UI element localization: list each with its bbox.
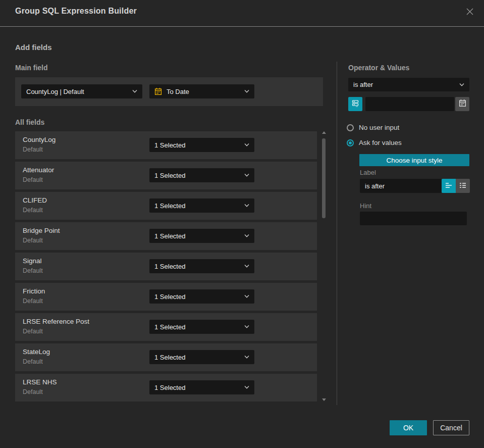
chevron-down-icon [132,90,137,93]
radio-unselected-icon [347,124,354,131]
field-row: CLIFED Default 1 Selected [15,192,317,220]
label-input[interactable] [360,179,442,193]
field-selection-value: 1 Selected [154,354,241,361]
chevron-down-icon [244,143,249,146]
scroll-up-arrow-icon[interactable] [322,131,326,134]
scrollbar-thumb[interactable] [322,138,326,218]
panel-divider [337,62,337,405]
date-type-select-value: To Date [167,88,241,95]
field-name: Bridge Point [23,227,60,234]
value-input[interactable] [365,97,454,111]
chevron-down-icon [244,386,249,389]
field-selection-dropdown[interactable]: 1 Selected [149,320,254,334]
field-subtitle: Default [23,328,43,335]
field-subtitle: Default [23,176,43,183]
field-name: Attenuator [23,166,54,174]
radio-ask-for-values[interactable]: Ask for values [347,139,402,146]
chevron-down-icon [459,83,464,86]
field-selection-value: 1 Selected [154,232,241,240]
main-field-label: Main field [15,64,48,72]
field-selection-dropdown[interactable]: 1 Selected [149,198,254,213]
field-row: Signal Default 1 Selected [15,253,317,280]
field-selection-dropdown[interactable]: 1 Selected [149,289,254,304]
radio-label: Ask for values [359,139,402,146]
field-name: Friction [23,287,45,295]
field-selection-value: 1 Selected [154,263,241,270]
chevron-down-icon [244,295,249,298]
label-caption: Label [360,169,376,176]
chevron-down-icon [244,174,249,177]
field-selection-dropdown[interactable]: 1 Selected [149,259,254,273]
title-divider [0,26,484,27]
list-scrollbar[interactable] [321,129,327,403]
field-name: LRSE NHS [23,378,57,386]
hint-caption: Hint [360,202,371,210]
field-selection-value: 1 Selected [154,323,241,331]
close-button[interactable] [464,7,476,19]
radio-selected-icon [347,139,354,146]
group-sql-expression-builder-dialog: Group SQL Expression Builder Add fields … [0,0,484,448]
list-input-style-button[interactable] [456,179,470,193]
field-name: LRSE Reference Post [23,318,89,325]
field-selection-dropdown[interactable]: 1 Selected [149,229,254,243]
radio-no-user-input[interactable]: No user input [347,124,399,131]
operator-select[interactable]: is after [348,78,469,91]
chevron-down-icon [244,356,249,359]
all-fields-list: CountyLog Default 1 Selected Attenuator … [15,131,317,404]
field-row: Friction Default 1 Selected [15,283,317,311]
calendar-icon [459,99,466,109]
field-selection-dropdown[interactable]: 1 Selected [149,138,254,152]
add-fields-heading: Add fields [15,43,52,52]
field-name: StateLog [23,348,50,356]
field-row: Attenuator Default 1 Selected [15,162,317,189]
date-type-select[interactable]: To Date [149,84,254,98]
field-row: Bridge Point Default 1 Selected [15,222,317,250]
field-subtitle: Default [23,388,43,395]
date-picker-button[interactable] [455,97,469,111]
cancel-button[interactable]: Cancel [433,420,469,435]
field-selection-dropdown[interactable]: 1 Selected [149,168,254,182]
hint-input[interactable] [360,212,467,225]
field-subtitle: Default [23,267,43,274]
operator-select-value: is after [353,81,456,88]
all-fields-label: All fields [15,118,44,126]
field-subtitle: Default [23,237,43,244]
field-subtitle: Default [23,207,43,214]
field-row: LRSE NHS Default 1 Selected [15,374,317,402]
ok-button[interactable]: OK [390,420,427,435]
chevron-down-icon [244,265,249,268]
calendar-icon [154,87,162,95]
dialog-title: Group SQL Expression Builder [15,7,137,16]
stacked-rows-icon [351,99,359,109]
field-row: StateLog Default 1 Selected [15,343,317,371]
field-row: LRSE Reference Post Default 1 Selected [15,313,317,341]
unique-values-button[interactable] [348,97,362,111]
field-subtitle: Default [23,146,43,153]
align-left-icon [445,181,452,190]
field-selection-value: 1 Selected [154,141,241,149]
chevron-down-icon [244,204,249,207]
field-selection-dropdown[interactable]: 1 Selected [149,380,254,394]
radio-label: No user input [359,124,399,131]
scroll-down-arrow-icon[interactable] [322,399,326,401]
chevron-down-icon [244,234,249,237]
main-field-panel: CountyLog | Default To Date [15,77,323,106]
chevron-down-icon [244,325,249,328]
field-subtitle: Default [23,297,43,305]
field-selection-value: 1 Selected [154,172,241,179]
field-subtitle: Default [23,358,43,365]
field-selection-dropdown[interactable]: 1 Selected [149,350,254,364]
choose-input-style-button[interactable]: Choose input style [359,154,469,166]
list-icon [459,181,466,190]
main-field-select-value: CountyLog | Default [26,88,129,95]
chevron-down-icon [244,90,249,93]
main-field-select[interactable]: CountyLog | Default [21,84,142,98]
field-name: CLIFED [23,196,47,204]
field-row: CountyLog Default 1 Selected [15,131,317,159]
close-icon [466,8,474,18]
single-input-style-button[interactable] [442,179,456,193]
field-selection-value: 1 Selected [154,384,241,391]
field-selection-value: 1 Selected [154,293,241,301]
field-name: CountyLog [23,136,56,143]
operator-values-heading: Operator & Values [348,64,409,72]
